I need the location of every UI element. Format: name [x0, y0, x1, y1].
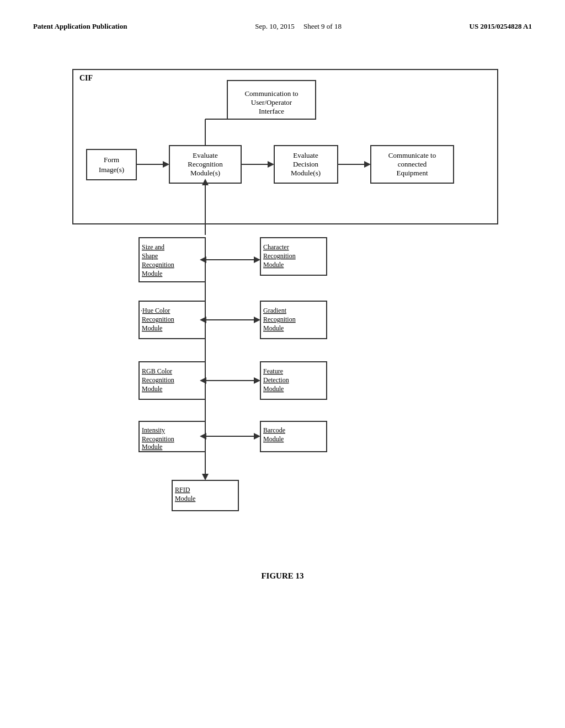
svg-text:Module: Module	[142, 324, 162, 332]
svg-text:Feature: Feature	[263, 367, 283, 375]
svg-text:Interface: Interface	[259, 107, 284, 115]
svg-marker-36	[254, 256, 260, 263]
svg-text:Communicate to: Communicate to	[388, 151, 436, 159]
svg-marker-21	[364, 161, 371, 168]
svg-text:Evaluate: Evaluate	[293, 151, 318, 159]
svg-text:Evaluate: Evaluate	[193, 151, 218, 159]
svg-marker-35	[200, 256, 206, 263]
svg-text:Size and: Size and	[142, 243, 164, 251]
svg-marker-47	[200, 317, 206, 323]
svg-text:Form: Form	[104, 156, 119, 164]
svg-text:Decision: Decision	[293, 160, 319, 168]
svg-text:Module: Module	[142, 443, 162, 451]
svg-text:Detection: Detection	[263, 376, 289, 384]
svg-text:Recognition: Recognition	[263, 252, 296, 260]
svg-marker-9	[163, 161, 169, 168]
svg-marker-71	[200, 433, 206, 440]
svg-text:RGB Color: RGB Color	[142, 367, 172, 375]
figure-13-diagram: CIF Communication to User/Operator Inter…	[56, 64, 509, 544]
figure-label: FIGURE 13	[33, 571, 532, 581]
header-patent-number: US 2015/0254828 A1	[470, 22, 532, 31]
svg-text:Intensity: Intensity	[142, 426, 165, 434]
svg-text:Recognition: Recognition	[142, 376, 174, 384]
svg-text:Recognition: Recognition	[142, 261, 174, 269]
svg-text:connected: connected	[398, 160, 427, 168]
svg-marker-27	[202, 179, 209, 185]
svg-marker-60	[254, 377, 260, 384]
header-date-sheet: Sep. 10, 2015 Sheet 9 of 18	[255, 22, 342, 31]
svg-marker-59	[200, 377, 206, 384]
svg-text:Image(s): Image(s)	[99, 165, 124, 174]
diagram-area: CIF Communication to User/Operator Inter…	[33, 64, 532, 544]
svg-marker-48	[254, 317, 260, 323]
svg-text:Module: Module	[263, 261, 284, 269]
svg-text:Recognition: Recognition	[142, 315, 174, 323]
svg-text:Communication to: Communication to	[244, 89, 298, 98]
svg-text:Gradient: Gradient	[263, 307, 287, 314]
svg-marker-72	[254, 433, 260, 440]
page-header: Patent Application Publication Sep. 10, …	[33, 22, 532, 31]
svg-text:Module: Module	[142, 270, 162, 277]
svg-text:Module: Module	[263, 324, 284, 332]
svg-text:Module(s): Module(s)	[291, 169, 321, 177]
svg-text:Recognition: Recognition	[188, 160, 223, 168]
svg-text:Character: Character	[263, 243, 289, 251]
page: Patent Application Publication Sep. 10, …	[0, 0, 565, 728]
svg-text:Barcode: Barcode	[263, 426, 285, 434]
header-sheet: Sheet 9 of 18	[303, 22, 342, 30]
svg-text:Module: Module	[263, 385, 284, 393]
svg-text:Equipment: Equipment	[396, 169, 428, 177]
svg-text:Module(s): Module(s)	[190, 169, 220, 177]
svg-marker-15	[268, 161, 274, 168]
svg-text:Module: Module	[263, 435, 284, 443]
cif-label: CIF	[79, 74, 93, 82]
svg-text:Recognition: Recognition	[142, 435, 174, 443]
svg-text:Shape: Shape	[142, 252, 158, 260]
header-date: Sep. 10, 2015	[255, 22, 295, 30]
svg-text:Module: Module	[175, 495, 195, 502]
header-publication: Patent Application Publication	[33, 22, 127, 31]
svg-text:RFID: RFID	[175, 486, 190, 494]
svg-text:User/Operator: User/Operator	[251, 98, 292, 106]
svg-rect-5	[87, 149, 136, 180]
svg-text:Module: Module	[142, 385, 162, 393]
svg-text:·Hue Color: ·Hue Color	[141, 307, 170, 314]
svg-text:Recognition: Recognition	[263, 315, 296, 323]
svg-marker-77	[202, 474, 209, 480]
